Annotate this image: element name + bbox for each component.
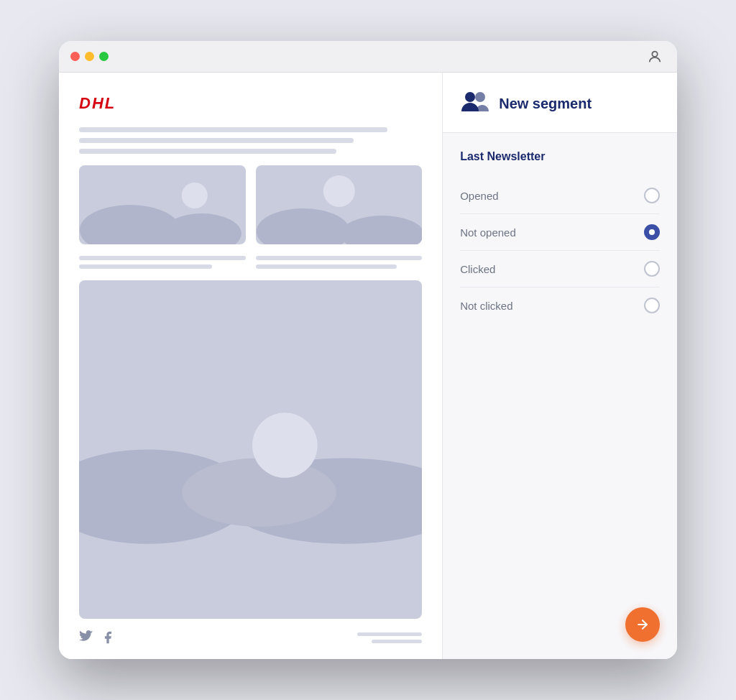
footer-lines <box>357 632 422 643</box>
svg-point-13 <box>252 413 318 478</box>
twitter-icon <box>79 630 93 645</box>
browser-titlebar <box>59 41 677 73</box>
footer-line-1 <box>357 632 422 636</box>
right-sidebar: New segment Last Newsletter Opened Not o… <box>442 73 677 659</box>
svg-point-14 <box>465 92 475 102</box>
user-account-icon[interactable] <box>644 46 666 68</box>
text-line-1 <box>79 127 387 132</box>
next-button[interactable] <box>625 607 660 642</box>
newsletter-section: Last Newsletter Opened Not opened Clic <box>443 133 677 607</box>
radio-group: Opened Not opened Clicked <box>460 178 660 323</box>
browser-content: DHL <box>59 73 677 659</box>
text-line-2 <box>79 138 354 143</box>
radio-label-clicked: Clicked <box>460 263 495 275</box>
email-text-lines <box>79 127 422 154</box>
maximize-button[interactable] <box>99 52 109 61</box>
radio-label-opened: Opened <box>460 190 498 202</box>
email-image-row-small <box>79 165 422 244</box>
svg-point-12 <box>182 458 336 526</box>
footer-line-2 <box>372 640 422 643</box>
svg-point-15 <box>475 92 485 102</box>
radio-circle-not-clicked[interactable] <box>644 298 660 313</box>
radio-label-not-clicked: Not clicked <box>460 300 512 312</box>
traffic-lights <box>70 52 109 61</box>
svg-point-0 <box>652 51 657 56</box>
radio-circle-not-opened[interactable] <box>644 224 660 240</box>
email-image-right <box>256 165 423 244</box>
segment-header: New segment <box>443 73 677 133</box>
dhl-logo: DHL <box>79 94 422 113</box>
radio-item-clicked[interactable]: Clicked <box>460 251 660 287</box>
facebook-icon <box>101 630 115 645</box>
email-footer <box>79 630 422 645</box>
radio-label-not-opened: Not opened <box>460 226 516 239</box>
caption-line-3 <box>256 256 423 260</box>
browser-window: DHL <box>59 41 677 659</box>
svg-point-4 <box>182 183 208 208</box>
svg-point-8 <box>323 175 354 207</box>
segment-people-icon <box>460 90 489 118</box>
caption-line-4 <box>256 264 397 269</box>
email-image-wide <box>79 280 422 619</box>
caption-line-2 <box>79 264 212 269</box>
radio-item-opened[interactable]: Opened <box>460 178 660 214</box>
minimize-button[interactable] <box>85 52 94 61</box>
social-icons <box>79 630 115 645</box>
caption-line-1 <box>79 256 246 260</box>
email-caption-row <box>79 256 422 269</box>
caption-right <box>256 256 423 269</box>
radio-item-not-opened[interactable]: Not opened <box>460 214 660 251</box>
radio-item-not-clicked[interactable]: Not clicked <box>460 287 660 323</box>
email-preview-panel: DHL <box>59 73 442 659</box>
close-button[interactable] <box>70 52 80 61</box>
radio-circle-opened[interactable] <box>644 188 660 203</box>
email-image-left <box>79 165 246 244</box>
newsletter-label: Last Newsletter <box>460 150 660 163</box>
radio-circle-clicked[interactable] <box>644 261 660 277</box>
segment-title: New segment <box>499 96 592 112</box>
caption-left <box>79 256 246 269</box>
text-line-3 <box>79 149 336 154</box>
